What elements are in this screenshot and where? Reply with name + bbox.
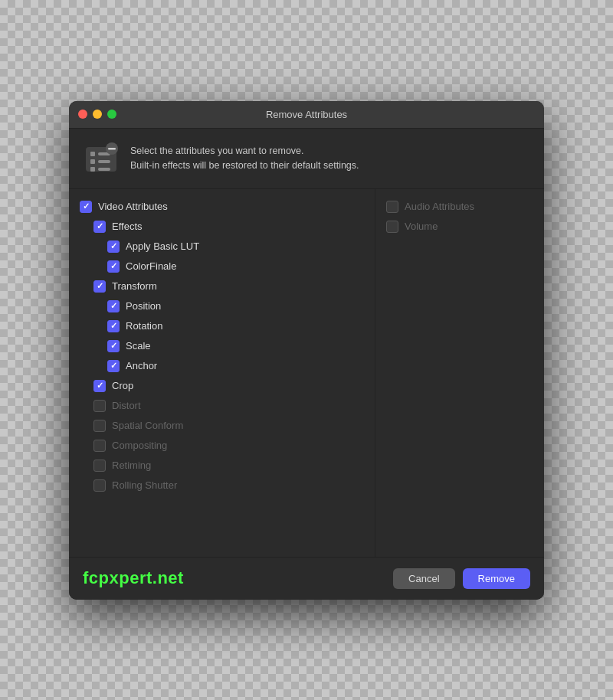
maximize-button[interactable] [107, 110, 116, 119]
traffic-lights [78, 110, 116, 119]
left-panel: ✓Video Attributes✓Effects✓Apply Basic LU… [69, 189, 375, 557]
watermark-text: fcpxpert.net [83, 568, 184, 588]
minimize-button[interactable] [93, 110, 102, 119]
checkbox-position[interactable]: ✓ [107, 300, 120, 312]
checkbox-item-transform[interactable]: ✓Transform [69, 276, 375, 296]
checkbox-item-effects[interactable]: ✓Effects [69, 217, 375, 237]
window-title: Remove Attributes [266, 109, 347, 120]
header-description: Select the attributes you want to remove… [130, 141, 359, 174]
right-panel: Audio AttributesVolume [375, 189, 544, 557]
checkbox-item-video-attributes[interactable]: ✓Video Attributes [69, 197, 375, 217]
header-icon [83, 141, 120, 178]
checkbox-apply-basic-lut[interactable]: ✓ [107, 240, 120, 253]
checkbox-effects[interactable]: ✓ [93, 221, 106, 233]
label-position: Position [126, 300, 161, 312]
remove-button[interactable]: Remove [463, 568, 530, 589]
checkbox-volume[interactable] [386, 221, 398, 233]
label-effects: Effects [112, 221, 143, 232]
svg-rect-4 [98, 160, 110, 163]
label-rotation: Rotation [126, 320, 162, 332]
label-compositing: Compositing [112, 440, 167, 451]
svg-rect-5 [90, 167, 95, 172]
footer-buttons: Cancel Remove [393, 568, 530, 589]
label-video-attributes: Video Attributes [98, 201, 168, 212]
label-crop: Crop [112, 380, 133, 391]
label-rolling-shutter: Rolling Shutter [112, 479, 177, 491]
svg-rect-6 [98, 168, 110, 171]
checkbox-item-compositing[interactable]: Compositing [69, 436, 375, 456]
svg-rect-1 [90, 152, 95, 156]
checkbox-item-anchor[interactable]: ✓Anchor [69, 356, 375, 376]
checkbox-item-rolling-shutter[interactable]: Rolling Shutter [69, 476, 375, 496]
checkbox-audio-attributes[interactable] [386, 201, 398, 213]
close-button[interactable] [78, 110, 87, 119]
checkbox-item-audio-attributes[interactable]: Audio Attributes [375, 197, 544, 217]
checkbox-scale[interactable]: ✓ [107, 340, 120, 352]
checkbox-item-apply-basic-lut[interactable]: ✓Apply Basic LUT [69, 237, 375, 257]
label-anchor: Anchor [126, 360, 157, 371]
checkbox-item-colorfinale[interactable]: ✓ColorFinale [69, 257, 375, 276]
label-distort: Distort [112, 400, 141, 411]
checkbox-spatial-conform[interactable] [93, 420, 106, 432]
checkbox-transform[interactable]: ✓ [93, 280, 106, 293]
checkbox-item-spatial-conform[interactable]: Spatial Conform [69, 416, 375, 436]
checkbox-video-attributes[interactable]: ✓ [80, 201, 92, 213]
checkbox-item-volume[interactable]: Volume [375, 217, 544, 237]
svg-rect-3 [90, 159, 95, 164]
label-colorfinale: ColorFinale [126, 260, 176, 272]
checkbox-compositing[interactable] [93, 440, 106, 452]
svg-rect-8 [108, 148, 116, 150]
title-bar: Remove Attributes [69, 101, 544, 129]
dialog-footer: fcpxpert.net Cancel Remove [69, 557, 544, 600]
checkbox-item-distort[interactable]: Distort [69, 396, 375, 416]
label-retiming: Retiming [112, 460, 151, 471]
label-transform: Transform [112, 280, 157, 292]
checkbox-retiming[interactable] [93, 460, 106, 472]
content-area: ✓Video Attributes✓Effects✓Apply Basic LU… [69, 189, 544, 557]
checkbox-item-scale[interactable]: ✓Scale [69, 336, 375, 356]
checkbox-item-crop[interactable]: ✓Crop [69, 376, 375, 396]
checkbox-anchor[interactable]: ✓ [107, 360, 120, 372]
checkbox-item-position[interactable]: ✓Position [69, 296, 375, 316]
checkbox-rolling-shutter[interactable] [93, 479, 106, 492]
checkbox-crop[interactable]: ✓ [93, 380, 106, 392]
checkbox-item-rotation[interactable]: ✓Rotation [69, 316, 375, 336]
cancel-button[interactable]: Cancel [393, 568, 454, 589]
label-audio-attributes: Audio Attributes [405, 201, 474, 212]
label-spatial-conform: Spatial Conform [112, 420, 183, 431]
label-volume: Volume [405, 221, 438, 232]
checkbox-distort[interactable] [93, 400, 106, 412]
label-scale: Scale [126, 340, 151, 352]
checkbox-item-retiming[interactable]: Retiming [69, 456, 375, 476]
label-apply-basic-lut: Apply Basic LUT [126, 240, 199, 252]
checkbox-rotation[interactable]: ✓ [107, 320, 120, 332]
dialog-window: Remove Attributes Select the attributes … [69, 101, 544, 600]
dialog-header: Select the attributes you want to remove… [69, 129, 544, 189]
checkbox-colorfinale[interactable]: ✓ [107, 260, 120, 273]
